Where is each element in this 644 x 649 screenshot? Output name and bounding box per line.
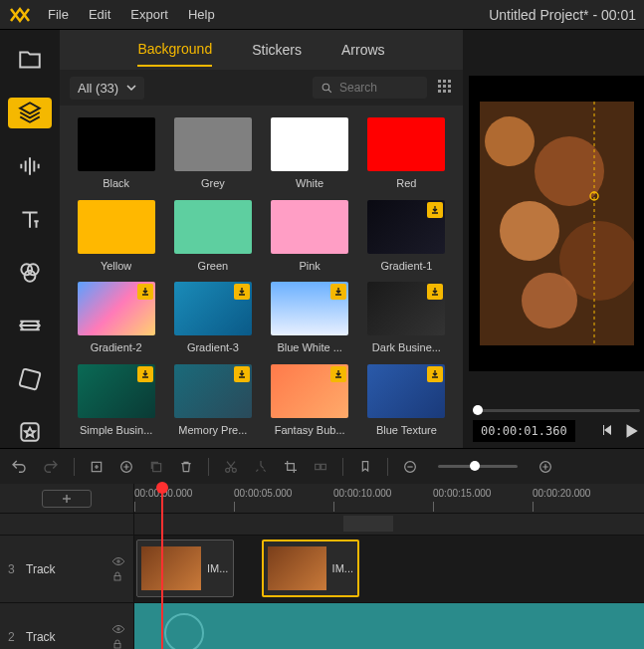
preview-transport: 00:00:01.360 <box>469 420 644 442</box>
timeline-toolbar <box>0 448 644 484</box>
media-library-button[interactable] <box>8 44 52 76</box>
background-item[interactable]: Yellow <box>72 200 160 273</box>
background-item[interactable]: Dark Busine... <box>362 282 451 354</box>
redo-button[interactable] <box>42 458 60 476</box>
search-box[interactable] <box>313 77 427 99</box>
background-item[interactable]: Memory Pre... <box>168 364 257 437</box>
track-body[interactable]: IM...IM... <box>134 536 644 602</box>
background-thumb <box>271 364 348 418</box>
preview-seek-slider[interactable] <box>473 409 640 412</box>
undo-button[interactable] <box>10 458 28 476</box>
ruler-tick: 00:00:15.000 <box>433 488 491 499</box>
speed-button[interactable] <box>253 459 269 475</box>
background-label: Blue White ... <box>277 341 341 353</box>
audio-clip[interactable]: City Sunshine <box>134 603 644 649</box>
lock-icon[interactable] <box>111 570 123 582</box>
background-item[interactable]: Pink <box>266 200 354 273</box>
track-label: Track <box>26 630 104 644</box>
menu-export[interactable]: Export <box>130 7 168 22</box>
svg-point-18 <box>500 201 559 261</box>
favorites-button[interactable] <box>8 417 52 449</box>
group-button[interactable] <box>313 459 328 475</box>
background-item[interactable]: Blue Texture <box>362 364 451 437</box>
background-item[interactable]: Blue White ... <box>266 282 354 354</box>
category-dropdown[interactable]: All (33) <box>70 77 144 100</box>
menu-edit[interactable]: Edit <box>89 7 110 22</box>
svg-rect-14 <box>448 90 451 93</box>
background-item[interactable]: Simple Busin... <box>72 364 160 437</box>
svg-rect-10 <box>443 85 446 88</box>
search-input[interactable] <box>339 81 419 95</box>
assets-panel: Background Stickers Arrows All (33) Blac… <box>60 30 463 448</box>
track-header: 3 Track <box>0 536 134 602</box>
track-body[interactable]: City Sunshine <box>134 603 644 649</box>
background-item[interactable]: Grey <box>168 117 257 190</box>
background-label: Memory Pre... <box>178 424 247 436</box>
background-item[interactable]: Fantasy Bub... <box>266 364 354 437</box>
duplicate-button[interactable] <box>148 459 164 475</box>
filters-button[interactable] <box>8 257 52 289</box>
transitions-button[interactable] <box>8 311 52 342</box>
svg-rect-33 <box>114 575 120 580</box>
svg-point-5 <box>322 84 329 91</box>
svg-rect-25 <box>153 463 161 471</box>
seek-thumb[interactable] <box>473 405 483 415</box>
playhead[interactable] <box>161 484 163 649</box>
play-button[interactable] <box>622 422 640 440</box>
track-header: 2 Track <box>0 603 134 649</box>
background-item[interactable]: Red <box>362 117 451 190</box>
elements-button[interactable] <box>8 363 52 395</box>
tab-background[interactable]: Background <box>137 33 212 67</box>
background-thumb <box>367 117 445 171</box>
menu-help[interactable]: Help <box>188 7 215 22</box>
text-button[interactable] <box>8 204 52 236</box>
cut-button[interactable] <box>223 459 239 475</box>
menu-file[interactable]: File <box>48 7 69 22</box>
background-item[interactable]: Black <box>72 117 160 190</box>
zoom-thumb[interactable] <box>470 461 480 471</box>
marker-button[interactable] <box>357 459 373 475</box>
clip-thumb <box>268 546 326 590</box>
layers-button[interactable] <box>8 98 52 129</box>
zoom-in-button[interactable] <box>537 459 553 475</box>
ruler-tick: 00:00:05.000 <box>234 488 292 499</box>
background-item[interactable]: White <box>266 117 354 190</box>
zoom-slider[interactable] <box>438 465 518 468</box>
svg-rect-35 <box>114 643 120 648</box>
timeline-clip[interactable]: IM... <box>262 540 359 597</box>
svg-point-20 <box>522 273 577 328</box>
tab-arrows[interactable]: Arrows <box>341 34 385 66</box>
download-icon <box>137 366 153 382</box>
audio-button[interactable] <box>8 150 52 182</box>
svg-rect-29 <box>322 464 326 469</box>
delete-button[interactable] <box>178 459 194 475</box>
background-label: Simple Busin... <box>80 424 152 436</box>
track-number: 3 <box>8 562 18 576</box>
preview-panel: 00:00:01.360 <box>463 30 644 448</box>
visibility-icon[interactable] <box>111 556 125 566</box>
add-clip-button[interactable] <box>118 459 134 475</box>
background-item[interactable]: Green <box>168 200 257 273</box>
tab-stickers[interactable]: Stickers <box>252 34 302 66</box>
preview-timecode: 00:00:01.360 <box>473 420 575 442</box>
lock-icon[interactable] <box>111 638 123 650</box>
download-icon <box>330 284 346 300</box>
zoom-out-button[interactable] <box>402 459 418 475</box>
track-row: 3 Track IM...IM... <box>0 536 644 603</box>
background-item[interactable]: Gradient-2 <box>72 282 160 354</box>
svg-rect-12 <box>438 90 441 93</box>
visibility-icon[interactable] <box>111 624 125 634</box>
prev-frame-button[interactable] <box>600 422 616 438</box>
timeline-clip[interactable]: IM... <box>136 540 234 597</box>
timeline-ruler[interactable]: 00:00:00.00000:00:05.00000:00:10.00000:0… <box>0 484 644 514</box>
menubar: File Edit Export Help Untitled Project* … <box>0 0 644 30</box>
grid-view-button[interactable] <box>437 79 453 98</box>
preview-viewport <box>469 76 644 371</box>
background-item[interactable]: Gradient-3 <box>168 282 257 354</box>
add-track-button[interactable] <box>42 490 92 508</box>
crop-button[interactable] <box>283 459 299 475</box>
svg-rect-8 <box>448 80 451 83</box>
background-thumb <box>367 282 445 335</box>
background-item[interactable]: Gradient-1 <box>362 200 451 273</box>
add-marker-button[interactable] <box>89 459 105 475</box>
